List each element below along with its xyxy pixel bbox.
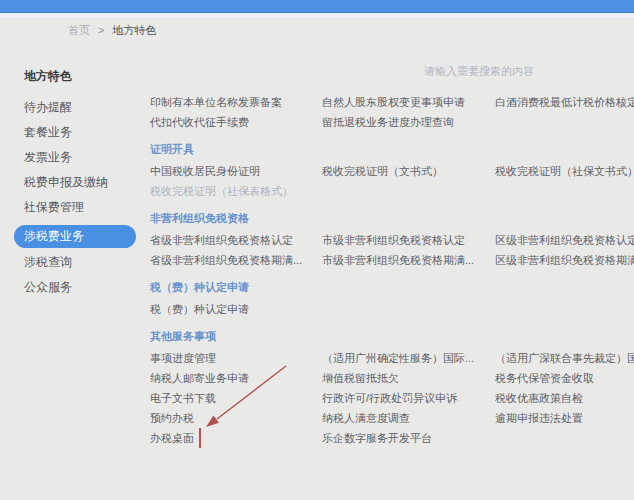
service-link[interactable]: 区级非营利组织免税资格认定	[495, 230, 634, 250]
sidebar-item[interactable]: 社保费管理	[0, 195, 150, 220]
service-link[interactable]: 中国税收居民身份证明	[150, 161, 322, 181]
service-link[interactable]: 自然人股东股权变更事项申请	[322, 92, 495, 112]
link-sections: 印制有本单位名称发票备案自然人股东股权变更事项申请白酒消费税最低计税价格核定代扣…	[150, 92, 634, 448]
main-content: 印制有本单位名称发票备案自然人股东股权变更事项申请白酒消费税最低计税价格核定代扣…	[150, 42, 634, 448]
service-section: 非营利组织免税资格省级非营利组织免税资格认定市级非营利组织免税资格认定区级非营利…	[150, 211, 634, 270]
sidebar-item[interactable]: 公众服务	[0, 275, 150, 300]
service-section: 印制有本单位名称发票备案自然人股东股权变更事项申请白酒消费税最低计税价格核定代扣…	[150, 92, 634, 132]
page-layout: 地方特色待办提醒套餐业务发票业务税费申报及缴纳社保费管理涉税费业务涉税查询公众服…	[0, 42, 634, 448]
link-grid: 事项进度管理（适用广州确定性服务）国际...（适用广深联合事先裁定）国...纳税…	[150, 348, 634, 448]
service-link[interactable]: 省级非营利组织免税资格认定	[150, 230, 322, 250]
service-link[interactable]: 区级非营利组织免税资格期满...	[495, 250, 634, 270]
service-link[interactable]: 市级非营利组织免税资格期满...	[322, 250, 495, 270]
service-link[interactable]: 办税桌面	[150, 428, 322, 448]
link-grid: 税（费）种认定申请	[150, 299, 634, 319]
service-link[interactable]: 代扣代收代征手续费	[150, 112, 322, 132]
link-grid: 印制有本单位名称发票备案自然人股东股权变更事项申请白酒消费税最低计税价格核定代扣…	[150, 92, 634, 132]
service-link[interactable]: （适用广深联合事先裁定）国...	[495, 348, 634, 368]
service-link[interactable]: 税收完税证明（社保表格式）	[150, 181, 322, 201]
service-section: 其他服务事项事项进度管理（适用广州确定性服务）国际...（适用广深联合事先裁定）…	[150, 329, 634, 448]
breadcrumb-separator: >	[98, 24, 104, 36]
breadcrumb-home-link[interactable]: 首页	[68, 24, 90, 36]
service-link[interactable]: 白酒消费税最低计税价格核定	[495, 92, 634, 112]
breadcrumb-current: 地方特色	[113, 24, 157, 36]
service-link[interactable]: （适用广州确定性服务）国际...	[322, 348, 495, 368]
sidebar-item[interactable]: 税费申报及缴纳	[0, 170, 150, 195]
link-grid: 中国税收居民身份证明税收完税证明（文书式）税收完税证明（社保文书式）税收完税证明…	[150, 161, 634, 201]
sidebar-section-title: 地方特色	[0, 64, 150, 89]
service-link[interactable]: 行政许可/行政处罚异议申诉	[322, 388, 495, 408]
sidebar-item[interactable]: 待办提醒	[0, 95, 150, 120]
sidebar-item[interactable]: 涉税查询	[0, 250, 150, 275]
service-link[interactable]: 逾期申报违法处置	[495, 408, 634, 428]
service-link[interactable]: 税收完税证明（文书式）	[322, 161, 495, 181]
section-header: 非营利组织免税资格	[150, 211, 634, 225]
top-bar	[0, 0, 634, 13]
section-header: 证明开具	[150, 142, 634, 156]
service-link[interactable]: 纳税人邮寄业务申请	[150, 368, 322, 388]
service-link[interactable]: 预约办税	[150, 408, 322, 428]
sidebar-item[interactable]: 套餐业务	[0, 120, 150, 145]
service-link[interactable]: 省级非营利组织免税资格期满...	[150, 250, 322, 270]
service-link[interactable]: 税务代保管资金收取	[495, 368, 634, 388]
service-link[interactable]: 增值税留抵抵欠	[322, 368, 495, 388]
sidebar-item[interactable]: 涉税费业务	[14, 225, 136, 248]
section-header: 税（费）种认定申请	[150, 280, 634, 294]
sidebar-nav: 地方特色待办提醒套餐业务发票业务税费申报及缴纳社保费管理涉税费业务涉税查询公众服…	[0, 42, 150, 448]
service-link[interactable]: 税收完税证明（社保文书式）	[495, 161, 634, 181]
breadcrumb: 首页 > 地方特色	[0, 18, 634, 42]
service-section: 税（费）种认定申请税（费）种认定申请	[150, 280, 634, 319]
service-link[interactable]: 印制有本单位名称发票备案	[150, 92, 322, 112]
service-link[interactable]: 纳税人满意度调查	[322, 408, 495, 428]
service-link[interactable]: 事项进度管理	[150, 348, 322, 368]
service-link[interactable]: 税收优惠政策自检	[495, 388, 634, 408]
service-link[interactable]: 电子文书下载	[150, 388, 322, 408]
section-header: 其他服务事项	[150, 329, 634, 343]
service-section: 证明开具中国税收居民身份证明税收完税证明（文书式）税收完税证明（社保文书式）税收…	[150, 142, 634, 201]
service-link[interactable]: 乐企数字服务开发平台	[322, 428, 495, 448]
service-link[interactable]: 市级非营利组织免税资格认定	[322, 230, 495, 250]
link-grid: 省级非营利组织免税资格认定市级非营利组织免税资格认定区级非营利组织免税资格认定省…	[150, 230, 634, 270]
search-input[interactable]	[424, 62, 604, 80]
sidebar-item[interactable]: 发票业务	[0, 145, 150, 170]
service-link[interactable]: 税（费）种认定申请	[150, 299, 322, 319]
service-link[interactable]: 留抵退税业务进度办理查询	[322, 112, 495, 132]
